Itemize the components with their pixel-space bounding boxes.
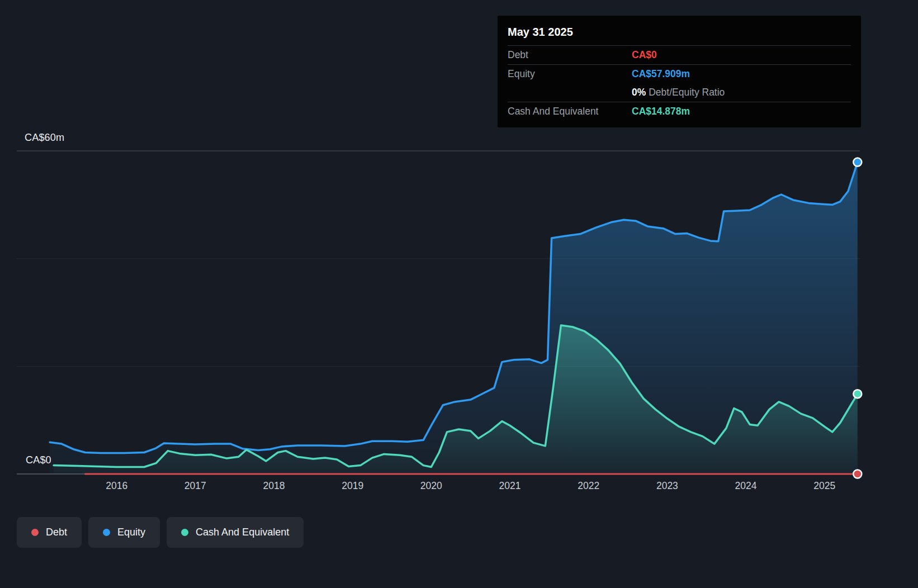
tooltip-cash-value: CA$14.878m [632,106,851,117]
tooltip-ratio-value: 0% Debt/Equity Ratio [632,87,851,98]
tooltip-equity-value: CA$57.909m [632,68,851,80]
x-tick-label: 2018 [263,480,285,492]
chart-plot[interactable] [17,151,860,474]
tooltip-date: May 31 2025 [508,20,851,45]
x-tick-label: 2017 [184,480,206,492]
tooltip-equity-label: Equity [508,68,632,80]
tooltip-ratio-percent: 0% [632,87,646,98]
chart-page: CA$60m CA$0 2016201720182019202020212022… [0,0,918,588]
legend-cash-label: Cash And Equivalent [196,527,289,538]
x-tick-label: 2025 [813,480,835,492]
debt-series-dot-icon [31,529,39,536]
legend-item-debt[interactable]: Debt [17,517,82,548]
tooltip-debt-label: Debt [508,49,632,61]
tooltip-row-debt: Debt CA$0 [508,45,851,64]
x-tick-label: 2016 [106,480,127,492]
x-tick-label: 2023 [656,480,678,492]
equity-series-dot-icon [103,529,110,536]
legend: Debt Equity Cash And Equivalent [17,517,304,548]
x-tick-label: 2019 [342,480,363,492]
tooltip-row-cash: Cash And Equivalent CA$14.878m [508,102,851,121]
x-tick-label: 2024 [735,480,757,492]
x-axis-ticks: 2016201720182019202020212022202320242025 [17,480,860,496]
legend-debt-label: Debt [46,527,67,538]
legend-item-equity[interactable]: Equity [88,517,160,548]
chart-tooltip: May 31 2025 Debt CA$0 Equity CA$57.909m … [498,16,861,127]
tooltip-row-ratio: 0% Debt/Equity Ratio [508,83,851,102]
cash-series-dot-icon [181,529,188,536]
tooltip-cash-label: Cash And Equivalent [508,106,632,117]
x-tick-label: 2020 [420,480,442,492]
tooltip-ratio-label: Debt/Equity Ratio [649,87,725,98]
x-tick-label: 2022 [578,480,599,492]
tooltip-row-equity: Equity CA$57.909m [508,64,851,83]
legend-equity-label: Equity [117,527,145,538]
x-tick-label: 2021 [499,480,521,492]
legend-item-cash[interactable]: Cash And Equivalent [167,517,304,548]
tooltip-debt-value: CA$0 [632,49,851,61]
y-axis-label-60m: CA$60m [25,132,64,144]
chart-plot-svg [17,151,860,474]
